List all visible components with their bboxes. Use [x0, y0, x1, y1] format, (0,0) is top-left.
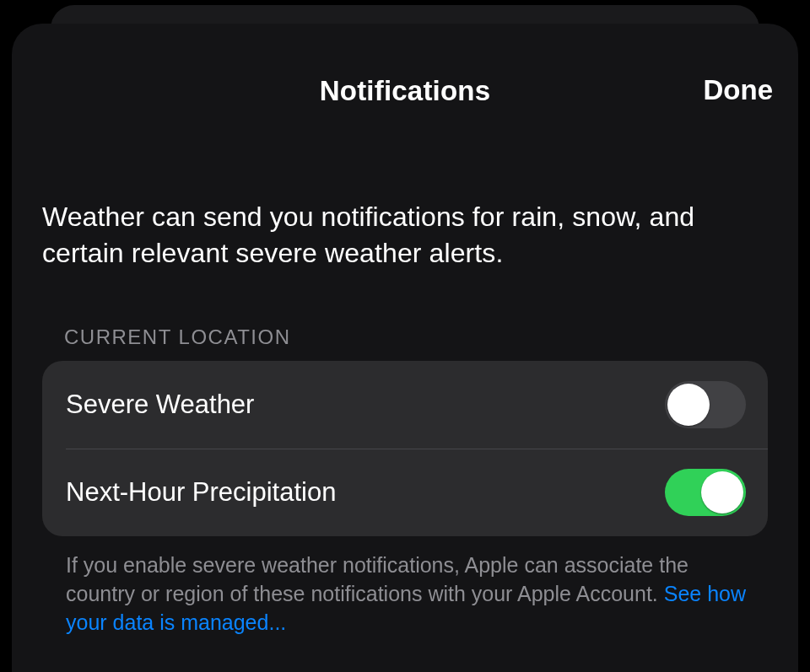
section-header: CURRENT LOCATION	[42, 325, 768, 361]
nav-bar: Notifications Done	[12, 67, 798, 115]
row-severe-weather: Severe Weather	[42, 361, 768, 449]
toggle-knob	[701, 471, 743, 513]
current-location-section: CURRENT LOCATION Severe Weather Next-Hou…	[12, 271, 798, 637]
row-label-severe-weather: Severe Weather	[66, 390, 254, 420]
row-next-hour-precipitation: Next-Hour Precipitation	[42, 449, 768, 536]
notifications-sheet: Notifications Done Weather can send you …	[12, 24, 798, 672]
toggle-next-hour-precipitation[interactable]	[665, 469, 746, 516]
settings-group: Severe Weather Next-Hour Precipitation	[42, 361, 768, 536]
toggle-knob	[667, 384, 710, 426]
footer-text: If you enable severe weather notificatio…	[66, 553, 688, 605]
section-footer: If you enable severe weather notificatio…	[42, 536, 768, 637]
page-title: Notifications	[320, 75, 490, 107]
intro-text: Weather can send you notifications for r…	[12, 115, 798, 271]
done-button[interactable]: Done	[704, 74, 774, 106]
row-label-next-hour-precipitation: Next-Hour Precipitation	[66, 477, 336, 508]
toggle-severe-weather[interactable]	[665, 381, 746, 428]
